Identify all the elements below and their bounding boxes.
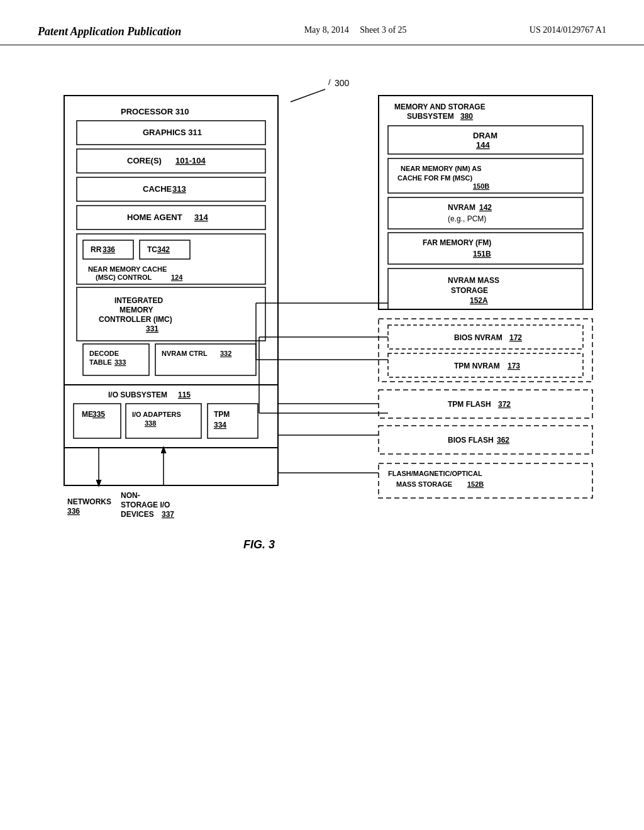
- svg-rect-3: [64, 96, 278, 485]
- svg-text:342: 342: [157, 245, 170, 254]
- svg-text:PROCESSOR 310: PROCESSOR 310: [121, 107, 189, 116]
- svg-text:NON-: NON-: [121, 491, 140, 500]
- svg-rect-41: [74, 404, 121, 438]
- patent-number: US 2014/0129767 A1: [530, 25, 606, 35]
- svg-text:/: /: [328, 77, 331, 87]
- svg-text:NEAR MEMORY (NM) AS: NEAR MEMORY (NM) AS: [401, 165, 482, 172]
- svg-text:NETWORKS: NETWORKS: [67, 497, 111, 506]
- svg-text:HOME AGENT: HOME AGENT: [127, 213, 182, 222]
- patent-diagram: 300 / PROCESSOR 310 GRAPHICS 311 CORE(S)…: [45, 58, 611, 750]
- svg-text:337: 337: [162, 510, 174, 519]
- svg-text:SUBSYSTEM: SUBSYSTEM: [407, 112, 454, 121]
- svg-text:150B: 150B: [473, 182, 489, 190]
- svg-text:TC: TC: [147, 245, 157, 254]
- svg-text:FIG. 3: FIG. 3: [243, 538, 275, 551]
- svg-text:NVRAM CTRL: NVRAM CTRL: [162, 350, 208, 357]
- svg-text:338: 338: [145, 419, 156, 427]
- svg-text:NEAR MEMORY CACHE: NEAR MEMORY CACHE: [88, 265, 167, 273]
- svg-text:FLASH/MAGNETIC/OPTICAL: FLASH/MAGNETIC/OPTICAL: [388, 470, 482, 477]
- svg-rect-35: [155, 344, 256, 375]
- sheet-info: Sheet 3 of 25: [360, 25, 406, 35]
- publication-date-sheet: May 8, 2014 Sheet 3 of 25: [304, 25, 407, 35]
- svg-text:MEMORY AND STORAGE: MEMORY AND STORAGE: [394, 102, 486, 111]
- svg-text:TPM NVRAM: TPM NVRAM: [454, 362, 500, 370]
- svg-text:372: 372: [498, 400, 511, 409]
- svg-text:334: 334: [214, 421, 226, 429]
- svg-text:BIOS NVRAM: BIOS NVRAM: [454, 333, 502, 342]
- svg-text:ME: ME: [82, 410, 93, 419]
- svg-text:NVRAM MASS: NVRAM MASS: [448, 276, 499, 285]
- svg-text:GRAPHICS 311: GRAPHICS 311: [143, 128, 202, 137]
- svg-text:I/O SUBSYSTEM: I/O SUBSYSTEM: [108, 390, 167, 399]
- svg-text:124: 124: [171, 274, 183, 281]
- diagram-area: 300 / PROCESSOR 310 GRAPHICS 311 CORE(S)…: [0, 45, 644, 762]
- svg-text:(e.g., PCM): (e.g., PCM): [448, 214, 486, 223]
- svg-rect-7: [77, 149, 265, 173]
- svg-text:313: 313: [172, 184, 186, 194]
- svg-text:380: 380: [460, 112, 473, 121]
- svg-text:362: 362: [497, 436, 509, 445]
- svg-text:314: 314: [194, 213, 208, 222]
- svg-text:INTEGRATED: INTEGRATED: [114, 296, 163, 305]
- svg-text:333: 333: [114, 358, 126, 366]
- svg-text:FAR MEMORY (FM): FAR MEMORY (FM): [423, 238, 491, 247]
- svg-text:115: 115: [178, 390, 191, 399]
- svg-text:I/O ADAPTERS: I/O ADAPTERS: [132, 411, 181, 418]
- svg-text:CONTROLLER (IMC): CONTROLLER (IMC): [99, 315, 172, 324]
- svg-text:151B: 151B: [473, 250, 491, 258]
- svg-text:332: 332: [220, 350, 231, 357]
- svg-text:142: 142: [479, 203, 492, 212]
- svg-text:152A: 152A: [470, 296, 488, 305]
- svg-text:STORAGE: STORAGE: [451, 286, 488, 295]
- svg-text:331: 331: [146, 324, 158, 333]
- svg-rect-80: [379, 319, 592, 382]
- svg-line-1: [291, 89, 325, 102]
- svg-rect-69: [388, 197, 583, 229]
- svg-text:RR: RR: [91, 245, 102, 254]
- svg-text:NVRAM: NVRAM: [448, 203, 475, 212]
- svg-text:STORAGE I/O: STORAGE I/O: [121, 501, 170, 509]
- svg-text:TABLE: TABLE: [89, 358, 112, 366]
- svg-rect-44: [126, 404, 201, 438]
- svg-text:MEMORY: MEMORY: [119, 306, 153, 314]
- svg-text:CACHE FOR FM (MSC): CACHE FOR FM (MSC): [397, 174, 472, 182]
- svg-text:172: 172: [509, 333, 522, 342]
- svg-text:DECODE: DECODE: [89, 350, 119, 357]
- page-header: Patent Application Publication May 8, 20…: [0, 0, 644, 45]
- svg-text:173: 173: [508, 362, 520, 370]
- svg-rect-26: [77, 287, 265, 341]
- publication-date: May 8, 2014: [304, 25, 349, 35]
- svg-text:BIOS FLASH: BIOS FLASH: [448, 436, 494, 445]
- svg-text:300: 300: [335, 78, 350, 88]
- svg-text:101-104: 101-104: [175, 156, 206, 165]
- svg-text:TPM FLASH: TPM FLASH: [448, 400, 491, 409]
- svg-text:CACHE: CACHE: [143, 184, 172, 194]
- page: Patent Application Publication May 8, 20…: [0, 0, 644, 830]
- svg-text:TPM: TPM: [214, 410, 230, 419]
- svg-text:(MSC) CONTROL: (MSC) CONTROL: [96, 274, 152, 281]
- svg-text:336: 336: [67, 507, 80, 516]
- publication-title: Patent Application Publication: [38, 25, 181, 38]
- svg-text:144: 144: [476, 140, 490, 150]
- svg-text:CORE(S): CORE(S): [127, 156, 162, 165]
- svg-text:152B: 152B: [467, 480, 484, 488]
- svg-text:336: 336: [103, 245, 115, 254]
- svg-text:335: 335: [92, 410, 105, 419]
- svg-text:DEVICES: DEVICES: [121, 510, 154, 519]
- svg-text:MASS STORAGE: MASS STORAGE: [396, 480, 452, 488]
- svg-rect-73: [388, 233, 583, 264]
- svg-text:DRAM: DRAM: [473, 131, 497, 140]
